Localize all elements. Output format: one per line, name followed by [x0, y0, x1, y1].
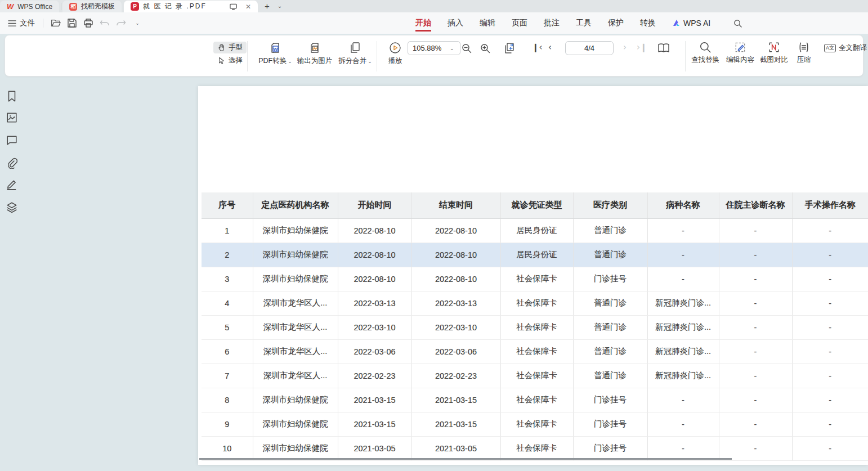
screenshot-compare-button[interactable]: 截图对比	[756, 41, 792, 65]
table-cell: 2022-08-10	[338, 267, 411, 291]
table-cell: -	[647, 412, 719, 436]
table-cell: 社会保障卡	[500, 339, 573, 364]
play-label: 播放	[388, 56, 402, 66]
ribbon-tab-home[interactable]: 开始	[415, 14, 431, 33]
table-cell: 新冠肺炎门诊...	[647, 364, 719, 388]
attachments-panel-icon[interactable]	[6, 158, 19, 170]
export-as-image-button[interactable]: 输出为图片	[294, 41, 335, 66]
wps-ai-button[interactable]: WPS AI	[672, 19, 710, 28]
table-cell: 2021-03-15	[411, 412, 500, 436]
hand-tool-button[interactable]: 手型	[213, 42, 247, 53]
table-cell: 2022-08-10	[411, 267, 500, 291]
tab-label: WPS Office	[17, 3, 52, 11]
print-icon[interactable]	[83, 17, 94, 29]
signature-panel-icon[interactable]	[6, 179, 19, 191]
compress-button[interactable]: 压缩	[789, 41, 819, 65]
ribbon-tab-tools[interactable]: 工具	[576, 14, 592, 33]
zoom-in-button[interactable]	[478, 41, 493, 56]
full-text-translate-button[interactable]: A文 全文翻译	[820, 42, 868, 54]
quick-access-chevron-icon[interactable]: ⌄	[132, 17, 143, 29]
close-tab-icon[interactable]: ✕	[245, 3, 251, 11]
ribbon-tab-convert[interactable]: 转换	[640, 14, 656, 33]
redo-icon[interactable]	[115, 17, 127, 29]
table-header-cell: 手术操作名称	[792, 192, 868, 218]
enter-focus-mode-icon[interactable]	[230, 3, 237, 10]
ribbon-tab-protect[interactable]: 保护	[608, 14, 624, 33]
read-mode-book-icon[interactable]	[656, 41, 671, 56]
replace-pages-icon[interactable]	[502, 41, 517, 56]
table-cell: 居民身份证	[500, 243, 573, 267]
hand-tool-label: 手型	[229, 43, 243, 52]
table-header-cell: 住院主诊断名称	[719, 192, 792, 218]
table-cell: 新冠肺炎门诊...	[647, 291, 719, 315]
page-number-box[interactable]	[565, 41, 614, 55]
file-menu-button[interactable]: 文件	[0, 18, 43, 28]
comments-panel-icon[interactable]	[6, 135, 19, 147]
table-cell: 3	[202, 267, 253, 291]
table-cell: 普通门诊	[573, 315, 647, 339]
menu-search-icon[interactable]	[733, 19, 742, 28]
bookmarks-panel-icon[interactable]	[6, 90, 19, 102]
tab-list-chevron-icon[interactable]: ⌄	[278, 3, 282, 9]
pdf-convert-button[interactable]: W PDF转换⌄	[254, 41, 296, 66]
save-icon[interactable]	[66, 17, 78, 29]
zoom-level-select[interactable]: ⌄	[408, 41, 460, 55]
table-cell: 深圳市龙华区人...	[253, 315, 338, 339]
new-tab-button[interactable]: +	[265, 1, 270, 11]
tab-wps-office[interactable]: W WPS Office	[0, 1, 59, 12]
table-bottom-rule	[199, 458, 732, 460]
last-page-button[interactable]: ›❙	[637, 42, 647, 52]
tab-docer-templates[interactable]: 稻 找稻壳模板	[62, 1, 122, 12]
undo-icon[interactable]	[99, 17, 110, 29]
tab-pdf-document[interactable]: P 就 医 记 录 .PDF ✕	[124, 1, 258, 12]
pdf-convert-icon: W	[269, 41, 282, 55]
table-cell: -	[719, 339, 792, 364]
table-cell: -	[719, 243, 792, 267]
table-cell: 社会保障卡	[500, 267, 573, 291]
table-row: 6深圳市龙华区人...2022-03-062022-03-06社会保障卡普通门诊…	[202, 339, 868, 364]
thumbnails-panel-icon[interactable]	[6, 112, 19, 124]
select-tool-button[interactable]: 选择	[213, 55, 247, 66]
table-cell: -	[719, 315, 792, 339]
table-cell: -	[719, 388, 792, 412]
translate-badge-icon: A文	[824, 44, 836, 52]
table-header-row: 序号定点医药机构名称开始时间结束时间就诊凭证类型医疗类别病种名称住院主诊断名称手…	[202, 192, 868, 218]
first-page-button[interactable]: ❙‹	[532, 42, 543, 52]
prev-page-button[interactable]: ‹	[548, 42, 552, 52]
ribbon-tab-page[interactable]: 页面	[512, 14, 527, 33]
split-merge-button[interactable]: 拆分合并⌄	[334, 41, 376, 66]
left-sidebar	[0, 79, 25, 471]
table-cell: -	[647, 243, 719, 267]
table-cell: 深圳市龙华区人...	[253, 291, 338, 315]
table-cell: 2022-02-23	[411, 364, 500, 388]
zoom-level-input[interactable]	[413, 44, 445, 52]
open-file-icon[interactable]	[50, 17, 61, 29]
window-tab-bar: W WPS Office 稻 找稻壳模板 P 就 医 记 录 .PDF ✕ + …	[0, 0, 868, 12]
table-row: 1深圳市妇幼保健院2022-08-102022-08-10居民身份证普通门诊--…	[202, 218, 868, 243]
edit-content-button[interactable]: 编辑内容	[722, 41, 758, 65]
ribbon-toolbar: 手型 选择 W PDF转换⌄ 输出为图片 拆分合并⌄	[5, 35, 863, 77]
table-cell: 2022-03-13	[338, 291, 411, 315]
ribbon-tab-insert[interactable]: 插入	[448, 14, 463, 33]
ribbon-tab-edit[interactable]: 编辑	[480, 14, 495, 33]
tab-label: 就 医 记 录 .PDF	[143, 2, 207, 11]
table-cell: -	[792, 291, 868, 315]
ribbon-tab-comment[interactable]: 批注	[544, 14, 560, 33]
table-cell: -	[792, 412, 868, 436]
table-cell: -	[719, 291, 792, 315]
pdf-page[interactable]: 序号定点医药机构名称开始时间结束时间就诊凭证类型医疗类别病种名称住院主诊断名称手…	[198, 86, 868, 465]
find-replace-button[interactable]: 查找替换	[687, 41, 723, 65]
table-cell: 2022-08-10	[411, 243, 500, 267]
next-page-button[interactable]: ›	[623, 42, 627, 52]
page-number-input[interactable]	[566, 42, 613, 55]
layers-panel-icon[interactable]	[6, 201, 19, 214]
table-cell: 2022-03-13	[411, 291, 500, 315]
table-cell: 社会保障卡	[500, 412, 573, 436]
table-cell: -	[792, 339, 868, 364]
table-cell: 居民身份证	[500, 218, 573, 243]
table-cell: 新冠肺炎门诊...	[647, 315, 719, 339]
table-cell: 新冠肺炎门诊...	[647, 339, 719, 364]
compress-icon	[798, 41, 810, 53]
table-cell: -	[647, 267, 719, 291]
zoom-out-button[interactable]	[459, 41, 474, 56]
